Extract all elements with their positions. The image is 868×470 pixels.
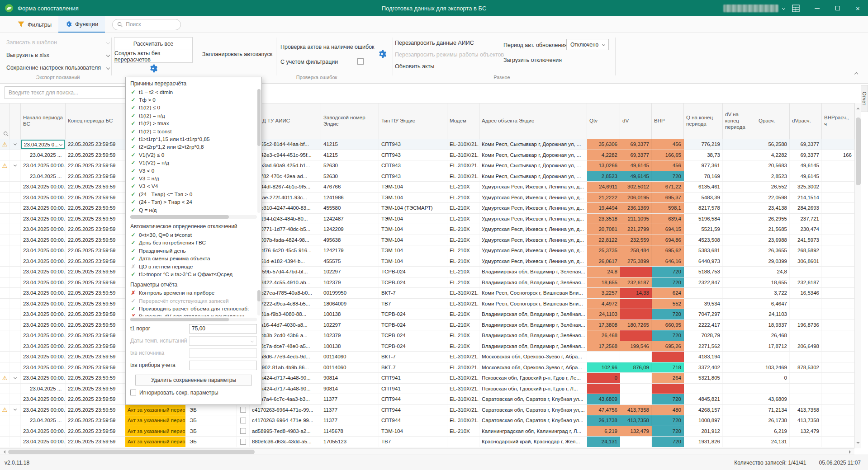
cell-dv-end[interactable] [723, 171, 756, 182]
cell-dv-end[interactable] [723, 256, 756, 267]
cell-act-status[interactable]: Акт за указанный период ... [125, 405, 185, 415]
cell-modem[interactable]: EL-310X/21... [447, 160, 479, 171]
cell-dv[interactable]: 69,3377 [620, 150, 652, 160]
with-filtering-checkbox[interactable] [357, 58, 364, 65]
cell-dv-end[interactable] [723, 330, 756, 341]
checklist-item[interactable]: ✓t1(t2) = н/д [126, 112, 261, 119]
cell-vnr[interactable] [652, 384, 684, 394]
cell-address[interactable]: Владимирская обл, Владимир г, Зелёная... [479, 277, 587, 288]
cell-vnr-calc[interactable] [822, 341, 854, 352]
cell-start-period[interactable]: 23.04.2025 00:00... [21, 203, 66, 213]
table-row[interactable]: ⚠23.04.2025 00:00...22.05.2025 23:59:59А… [0, 405, 854, 416]
cell-end-period[interactable]: 22.05.2025 23:59:59 [66, 320, 125, 330]
cell-serial[interactable]: 1145678 [321, 426, 379, 437]
cell-modem[interactable]: EL-210X [447, 193, 479, 203]
cell-q-end[interactable]: 281,912 [684, 426, 723, 437]
cell-modem[interactable]: EL-310X/21... [447, 405, 479, 415]
cell-q-end[interactable]: 4268,157 [684, 405, 723, 415]
cell-device-type[interactable]: ТСРВ-024 [379, 277, 447, 288]
cell-qtv[interactable]: 20,7081 [587, 224, 620, 235]
popup-field-select[interactable] [189, 336, 257, 346]
cell-start-period[interactable]: 23.04.2025 00:00... [21, 352, 66, 362]
cell-vnr-calc[interactable] [822, 203, 854, 213]
cell-vnr-calc[interactable] [822, 245, 854, 256]
header-search-icon[interactable] [3, 131, 9, 138]
cell-dv[interactable]: 69,3377 [620, 139, 652, 150]
cell-start-period[interactable]: 23.04.2025 00:00... [21, 214, 66, 224]
cell-dv-end[interactable] [723, 309, 756, 320]
cell-vnr[interactable]: 694,86 [652, 235, 684, 245]
cell-qtv[interactable]: 6,219 [587, 426, 620, 437]
cell-dv[interactable]: 232,559 [620, 235, 652, 245]
cell-device-type[interactable]: СПТ943 [379, 150, 447, 160]
cell-vnr-calc[interactable] [822, 437, 854, 447]
cell-q-calc[interactable]: 22,0598 [756, 193, 790, 203]
cell-q-end[interactable]: 776,219 [684, 139, 723, 150]
checklist-item[interactable]: ✓t1(t2) = tconst [126, 127, 261, 135]
cell-q-end[interactable]: 8217,578 [684, 203, 723, 213]
cell-device-type[interactable]: СПТ944 [379, 405, 447, 415]
cell-q-end[interactable]: 6135,461 [684, 182, 723, 192]
column-header-vnr[interactable]: ВНР [652, 103, 684, 139]
cell-modem[interactable]: EL-210X [447, 277, 479, 288]
cell-dv[interactable]: 275,3899 [620, 256, 652, 267]
cell-vnr[interactable]: 646,16 [652, 256, 684, 267]
cell-qtv[interactable]: 43,6809 [587, 394, 620, 404]
cell-q-end[interactable]: 2322,847 [684, 277, 723, 288]
cell-serial[interactable]: 90814 [321, 384, 379, 394]
cell-dv[interactable] [620, 394, 652, 404]
cell-start-period[interactable]: 23.04.2025 00:00... [21, 160, 66, 171]
cell-dv[interactable]: 221,2799 [620, 224, 652, 235]
cell-end-period[interactable]: 22.05.2025 23:59:59 [66, 405, 125, 415]
popup-horizontal-scrollbar-thumb[interactable] [130, 318, 229, 321]
cell-serial[interactable]: 00114060 [321, 352, 379, 362]
cell-end-period[interactable]: 22.05.2025 23:59:59 [66, 203, 125, 213]
cell-dv-calc[interactable]: 69,3377 [790, 150, 822, 160]
cell-serial[interactable]: 1242487 [321, 214, 379, 224]
cell-q-end[interactable]: 78,169 [684, 171, 723, 182]
cell-modem[interactable]: EL-210X [447, 182, 479, 192]
cell-vnr[interactable]: 720 [652, 426, 684, 437]
cell-serial[interactable]: 100138 [321, 341, 379, 352]
cell-dv-calc[interactable]: 196,8736 [790, 320, 822, 330]
cell-end-period[interactable]: 22.05.2025 23:59:59 [66, 139, 125, 150]
cell-address[interactable]: Краснодарский край, Краснодар г, Жел... [479, 437, 587, 447]
cell-vnr[interactable]: 695,62 [652, 245, 684, 256]
horizontal-scrollbar[interactable] [0, 448, 854, 455]
cell-dv-calc[interactable]: 132,479 [790, 426, 822, 437]
cell-dv-calc[interactable] [790, 267, 822, 277]
scroll-right-icon[interactable] [849, 450, 853, 454]
user-settings-button[interactable]: Сохранение настроек пользователя [6, 63, 109, 72]
cell-address[interactable]: Псковская обл, Гдовский р-н, Гдов г, Ле.… [479, 373, 587, 383]
cell-vnr[interactable]: 720 [652, 437, 684, 447]
cell-address[interactable]: Московская обл, Орехово-Зуево г, Абра... [479, 352, 587, 362]
cell-q-calc[interactable]: 56,2588 [756, 139, 790, 150]
cell-q-calc[interactable]: 6,219 [756, 426, 790, 437]
cell-act-status[interactable]: Акт за указанный период ... [125, 437, 185, 447]
grid-view-icon[interactable] [792, 5, 800, 12]
cell-vnr[interactable]: 456 [652, 139, 684, 150]
cell-act-status[interactable]: Акт за указанный период ... [125, 426, 185, 437]
cell-start-period[interactable]: 23.04.2025 00:00... [21, 320, 66, 330]
cell-serial[interactable]: 52630 [321, 160, 379, 171]
cell-dv-end[interactable] [723, 224, 756, 235]
cell-qtv[interactable]: 2,8523 [587, 171, 620, 182]
cell-qtv[interactable]: 4,2282 [587, 150, 620, 160]
cell-vnr[interactable]: 598,1 [652, 203, 684, 213]
cell-expander[interactable] [10, 139, 21, 150]
cell-dv[interactable]: 236,1369 [620, 203, 652, 213]
cell-dv-end[interactable] [723, 139, 756, 150]
cell-vnr-calc[interactable] [822, 362, 854, 373]
cell-q-calc[interactable]: 24,131 [756, 437, 790, 447]
cell-vnr-calc[interactable] [822, 160, 854, 171]
cell-serial[interactable]: 11377 [321, 394, 379, 404]
cell-dv[interactable]: 211,1095 [620, 214, 652, 224]
cell-modem[interactable]: EL-310X/21... [447, 394, 479, 404]
cell-address[interactable]: Саратовская обл, Саратов г, Клубная ул..… [479, 394, 587, 404]
cell-q-end[interactable]: 3372,402 [684, 362, 723, 373]
cell-dv[interactable]: 876,09 [620, 362, 652, 373]
schedule-autorun-button[interactable]: Запланировать автозапуск [202, 51, 272, 57]
cell-vnr-calc[interactable]: 166 [822, 150, 854, 160]
column-header-qcalc[interactable]: Qрасч. [756, 103, 790, 139]
cell-modem[interactable]: EL-210X [447, 426, 479, 437]
